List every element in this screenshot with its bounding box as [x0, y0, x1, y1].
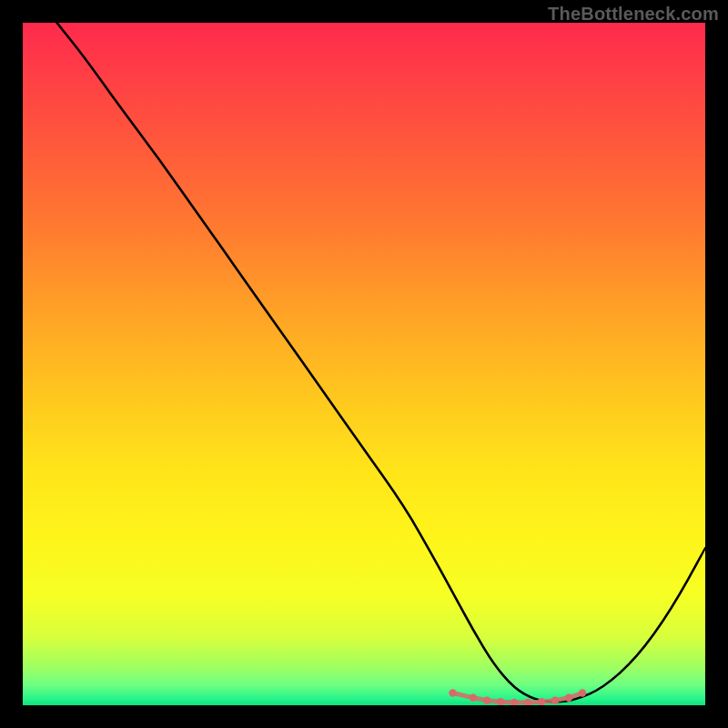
watermark-text: TheBottleneck.com: [548, 4, 719, 25]
min-marker-dot: [470, 694, 477, 702]
min-marker-group: [449, 689, 586, 705]
min-marker-dot: [565, 694, 572, 702]
chart-svg: [23, 23, 705, 705]
plot-frame: [23, 23, 705, 705]
min-marker-dot: [449, 689, 456, 696]
min-marker-dot: [551, 697, 559, 704]
min-marker-dot: [579, 689, 586, 696]
bottleneck-curve-path: [57, 23, 706, 702]
min-marker-dot: [524, 699, 531, 705]
min-marker-dot: [511, 699, 518, 705]
min-marker-dot: [483, 697, 490, 704]
min-marker-dot: [497, 698, 504, 705]
chart-container: TheBottleneck.com: [0, 0, 728, 728]
